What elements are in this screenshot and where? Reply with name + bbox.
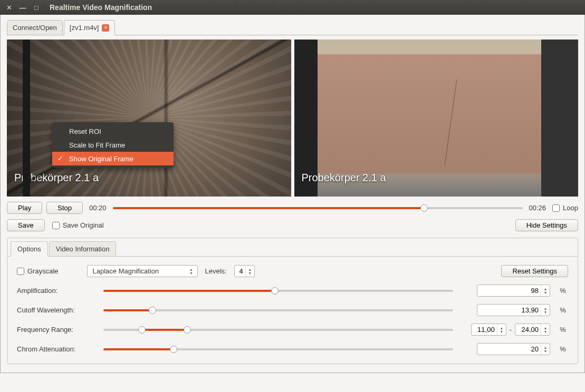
method-select[interactable]: Laplace Magnification ▲ ▼ xyxy=(87,265,198,277)
levels-label: Levels: xyxy=(205,267,227,275)
tab-connect-open[interactable]: Connect/Open xyxy=(7,20,63,35)
levels-stepper[interactable]: ▲ ▼ xyxy=(234,265,255,277)
slider-thumb-high[interactable] xyxy=(184,326,191,334)
slider-thumb[interactable] xyxy=(149,307,156,314)
percent-label: % xyxy=(558,287,568,295)
cutoff-label: Cutoff Wavelength: xyxy=(17,306,96,314)
tab-file[interactable]: [zv1.m4v] × xyxy=(64,20,116,35)
seek-fill xyxy=(113,207,424,209)
levels-input[interactable] xyxy=(235,266,245,277)
menu-label: Scale to Fit Frame xyxy=(69,141,125,149)
frequency-row: Frequency Range: ▲▼ - ▲▼ xyxy=(17,324,568,336)
minimize-icon[interactable]: — xyxy=(18,3,27,12)
save-row: Save Save Original Hide Settings xyxy=(7,219,578,231)
chevron-down-icon[interactable]: ▼ xyxy=(543,349,548,353)
slider-thumb[interactable] xyxy=(271,287,279,295)
frequency-low-input[interactable] xyxy=(472,324,497,335)
reset-settings-button[interactable]: Reset Settings xyxy=(501,265,568,277)
original-video-view[interactable]: Probekörper 2.1 a xyxy=(294,40,579,197)
cutoff-row: Cutoff Wavelength: ▲▼ % xyxy=(17,304,568,316)
chevron-down-icon[interactable]: ▼ xyxy=(543,330,548,334)
maximize-icon[interactable]: □ xyxy=(32,3,41,12)
save-original-checkbox-input[interactable] xyxy=(52,222,60,229)
cutoff-stepper[interactable]: ▲▼ xyxy=(477,304,550,316)
method-row: Grayscale Laplace Magnification ▲ ▼ Leve… xyxy=(17,265,568,277)
seek-thumb[interactable] xyxy=(420,204,428,212)
chevron-down-icon[interactable]: ▼ xyxy=(543,310,548,314)
chevron-down-icon[interactable]: ▼ xyxy=(543,291,548,295)
video-area: Probekörper 2.1 a Probekörper 2.1 a Rese… xyxy=(7,40,578,197)
amplification-row: Amplification: ▲▼ % xyxy=(17,285,568,297)
transport-row: Play Stop 00:20 00:26 Loop xyxy=(7,202,578,214)
check-icon: ✓ xyxy=(57,154,63,162)
loop-label: Loop xyxy=(563,204,578,212)
options-body: Grayscale Laplace Magnification ▲ ▼ Leve… xyxy=(7,257,578,364)
percent-label: % xyxy=(558,306,568,314)
chevron-up-icon[interactable]: ▲ xyxy=(499,326,504,330)
loop-checkbox-input[interactable] xyxy=(552,204,560,212)
settings-tabs: Options Video Information xyxy=(7,238,578,257)
save-original-label: Save Original xyxy=(63,221,104,229)
frequency-low-stepper[interactable]: ▲▼ xyxy=(471,324,506,336)
frequency-high-input[interactable] xyxy=(515,324,541,335)
settings-panel: Options Video Information Grayscale Lapl… xyxy=(7,238,578,364)
tab-label: [zv1.m4v] xyxy=(70,24,99,32)
close-tab-icon[interactable]: × xyxy=(102,24,109,32)
hide-settings-button[interactable]: Hide Settings xyxy=(515,219,578,231)
menu-reset-roi[interactable]: Reset ROI xyxy=(52,124,174,138)
range-dash: - xyxy=(510,326,512,334)
source-tabs: Connect/Open [zv1.m4v] × xyxy=(7,20,578,35)
video-context-menu: Reset ROI Scale to Fit Frame ✓ Show Orig… xyxy=(52,122,174,168)
chrom-input[interactable] xyxy=(477,344,541,355)
grayscale-checkbox-input[interactable] xyxy=(17,268,24,275)
window-titlebar: ✕ — □ Realtime Video Magnification xyxy=(0,0,585,15)
menu-show-original[interactable]: ✓ Show Original Frame xyxy=(52,152,174,165)
chevron-up-icon[interactable]: ▲ xyxy=(543,287,548,291)
amplification-slider[interactable] xyxy=(103,287,453,295)
chrom-row: Chrom Attenuation: ▲▼ % xyxy=(17,343,568,355)
frequency-high-stepper[interactable]: ▲▼ xyxy=(515,324,550,336)
slider-thumb-low[interactable] xyxy=(138,326,146,334)
save-original-checkbox[interactable]: Save Original xyxy=(52,221,104,229)
seek-slider[interactable] xyxy=(113,204,523,212)
cutoff-input[interactable] xyxy=(477,305,541,316)
grayscale-label: Grayscale xyxy=(27,267,59,275)
method-select-value: Laplace Magnification xyxy=(93,267,159,275)
chrom-slider[interactable] xyxy=(103,345,453,354)
menu-label: Reset ROI xyxy=(69,128,101,135)
play-button[interactable]: Play xyxy=(7,202,42,214)
frequency-label: Frequency Range: xyxy=(17,326,96,334)
slider-thumb[interactable] xyxy=(170,346,177,353)
video-caption: Probekörper 2.1 a xyxy=(14,172,99,184)
total-time: 00:26 xyxy=(527,204,549,212)
grayscale-checkbox[interactable]: Grayscale xyxy=(17,267,59,275)
chevron-down-icon[interactable]: ▼ xyxy=(499,330,504,334)
chevron-up-icon[interactable]: ▲ xyxy=(543,346,548,349)
chevron-up-icon[interactable]: ▲ xyxy=(543,326,548,330)
chevron-down-icon[interactable]: ▼ xyxy=(247,271,253,275)
processed-video-view[interactable]: Probekörper 2.1 a xyxy=(7,40,291,197)
chevron-up-icon[interactable]: ▲ xyxy=(543,307,548,310)
chevron-up-icon[interactable]: ▲ xyxy=(247,268,253,271)
menu-scale-to-fit[interactable]: Scale to Fit Frame xyxy=(52,138,174,152)
chevron-down-icon[interactable]: ▼ xyxy=(189,271,194,275)
cutoff-slider[interactable] xyxy=(103,306,453,315)
amplification-stepper[interactable]: ▲▼ xyxy=(477,285,550,297)
chevron-up-icon[interactable]: ▲ xyxy=(189,268,194,271)
amplification-input[interactable] xyxy=(477,285,541,296)
amplification-label: Amplification: xyxy=(17,287,96,295)
tab-label: Connect/Open xyxy=(13,24,57,32)
window-body: Connect/Open [zv1.m4v] × Probekörper 2.1… xyxy=(0,15,585,373)
menu-label: Show Original Frame xyxy=(69,155,133,163)
percent-label: % xyxy=(558,326,568,334)
frequency-range-slider[interactable] xyxy=(103,326,453,334)
close-icon[interactable]: ✕ xyxy=(4,3,14,12)
chrom-stepper[interactable]: ▲▼ xyxy=(477,343,550,355)
tab-options[interactable]: Options xyxy=(11,241,48,257)
loop-checkbox[interactable]: Loop xyxy=(552,204,578,212)
window-title: Realtime Video Magnification xyxy=(50,3,152,12)
tab-video-information[interactable]: Video Information xyxy=(49,241,117,257)
stop-button[interactable]: Stop xyxy=(46,202,83,214)
save-button[interactable]: Save xyxy=(7,219,45,231)
current-time: 00:20 xyxy=(87,204,109,212)
